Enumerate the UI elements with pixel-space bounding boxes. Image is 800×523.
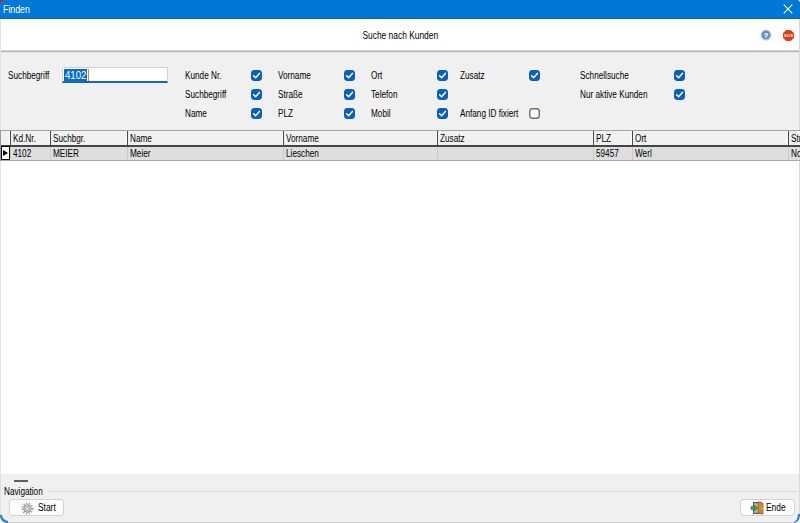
svg-text:SOS: SOS [784, 33, 793, 38]
svg-text:?: ? [764, 31, 769, 40]
